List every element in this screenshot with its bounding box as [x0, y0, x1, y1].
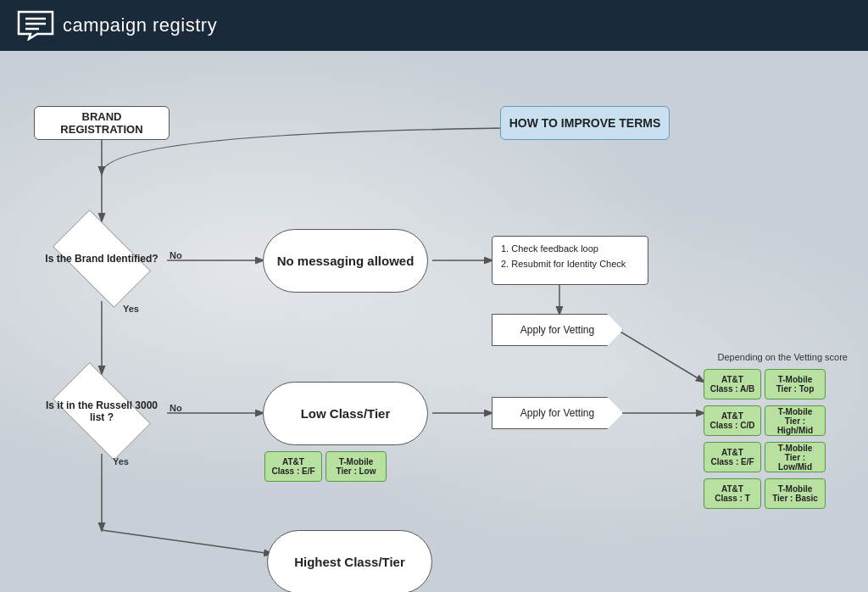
low-class-box: Low Class/Tier	[263, 382, 428, 445]
vetting-ef-att-badge: AT&T Class : E/F	[704, 442, 761, 472]
how-to-improve-box: HOW TO IMPROVE TERMS	[500, 106, 670, 140]
highest-class-box: Highest Class/Tier	[267, 530, 432, 592]
vetting-ef-tmobile-badge: T-Mobile Tier : Low/Mid	[765, 442, 826, 472]
vetting-t-tmobile-badge: T-Mobile Tier : Basic	[765, 478, 826, 509]
vetting-t-att-badge: AT&T Class : T	[704, 478, 761, 509]
svg-line-8	[619, 331, 704, 382]
vetting-ab-att-badge: AT&T Class : A/B	[704, 369, 761, 399]
svg-line-13	[102, 530, 271, 554]
apply-vetting2-box: Apply for Vetting	[492, 397, 623, 429]
vetting-t-row: AT&T Class : T T-Mobile Tier : Basic	[704, 478, 826, 509]
vetting-cd-row: AT&T Class : C/D T-Mobile Tier : High/Mi…	[704, 405, 826, 436]
logo-text: campaign registry	[63, 14, 217, 36]
vetting-cd-tmobile-badge: T-Mobile Tier : High/Mid	[765, 405, 826, 436]
diamond1-no-label: No	[170, 250, 182, 260]
vetting-ab-tmobile-badge: T-Mobile Tier : Top	[765, 369, 826, 399]
logo-icon	[17, 10, 54, 41]
header: campaign registry	[0, 0, 868, 51]
info-line2: 2. Resubmit for Identity Check	[501, 257, 639, 272]
low-tmobile-badge: T-Mobile Tier : Low	[326, 451, 387, 482]
diamond1: Is the Brand Identified?	[38, 221, 165, 297]
no-messaging-box: No messaging allowed	[263, 229, 428, 293]
diamond2: Is it in the Russell 3000 list ?	[38, 373, 165, 450]
vetting-ef-row: AT&T Class : E/F T-Mobile Tier : Low/Mid	[704, 442, 826, 472]
diamond1-yes-label: Yes	[123, 304, 139, 314]
low-att-badge: AT&T Class : E/F	[264, 451, 322, 482]
brand-registration-box: BRAND REGISTRATION	[34, 106, 170, 140]
vetting-score-label: Depending on the Vetting score	[695, 352, 848, 362]
diamond2-yes-label: Yes	[113, 456, 129, 466]
vetting-ab-row: AT&T Class : A/B T-Mobile Tier : Top	[704, 369, 826, 399]
main-content: BRAND REGISTRATION HOW TO IMPROVE TERMS …	[0, 51, 868, 592]
info-box: 1. Check feedback loop 2. Resubmit for I…	[492, 236, 648, 285]
apply-vetting1-box: Apply for Vetting	[492, 314, 623, 346]
vetting-cd-att-badge: AT&T Class : C/D	[704, 405, 761, 436]
diamond2-no-label: No	[170, 403, 182, 413]
info-line1: 1. Check feedback loop	[501, 242, 639, 257]
svg-marker-0	[19, 12, 53, 39]
low-badges-row: AT&T Class : E/F T-Mobile Tier : Low	[264, 451, 387, 482]
